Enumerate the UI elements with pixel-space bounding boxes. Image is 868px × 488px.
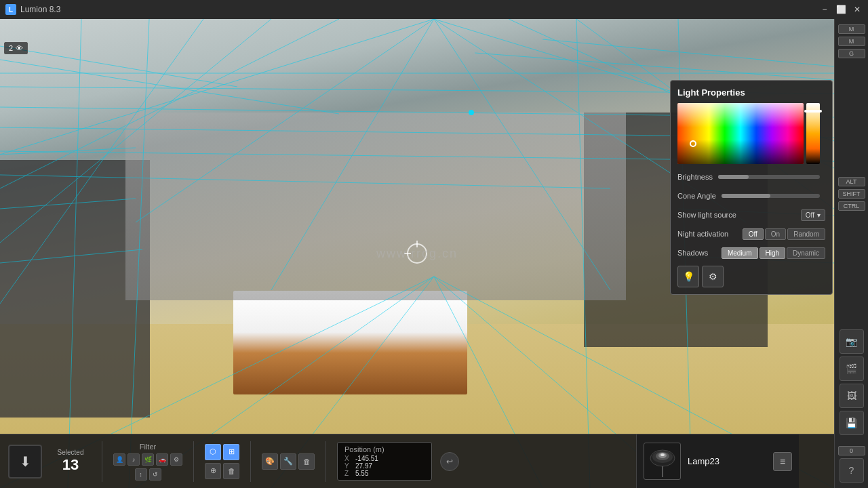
filter-icon-rotate[interactable]: ↺ (149, 468, 161, 481)
download-button[interactable]: ⬇ (8, 445, 42, 479)
svg-point-43 (660, 453, 665, 456)
toolbar-icons-top: ⬡ ⊞ (205, 444, 239, 460)
select-tool-button[interactable]: ⬡ (205, 444, 221, 460)
toolbar-icons-bottom: ⊕ 🗑 (205, 463, 239, 479)
position-display: Position (m) X -145.51 Y 27.97 Z 5.55 (337, 442, 432, 481)
shadows-medium-button[interactable]: Medium (722, 247, 758, 259)
right-panel: M M G ALT SHIFT CTRL 📷 🎬 🖼 💾 0 ? (834, 19, 868, 488)
trash-button[interactable]: 🗑 (298, 453, 315, 470)
app-title: Lumion 8.3 (20, 5, 60, 14)
show-light-source-value: Off (806, 211, 814, 219)
brightness-bar[interactable] (806, 103, 820, 164)
shadows-label: Shadows (677, 249, 708, 257)
lamp-navigation-button[interactable]: ≡ (773, 452, 792, 471)
filter-icon-person[interactable]: 👤 (113, 453, 125, 466)
night-on-button[interactable]: On (765, 228, 786, 240)
paint-button[interactable]: 🎨 (262, 453, 278, 470)
cone-angle-row: Cone Angle (677, 188, 825, 203)
render-icon-button[interactable]: 🖼 (840, 384, 864, 408)
video-icon-button[interactable]: 🎬 (840, 357, 864, 381)
edit-icons-top: 🎨 🔧 🗑 (262, 453, 315, 470)
selected-label: Selected (58, 449, 84, 456)
filter-icons: 👤 ♪ 🌿 🚗 ⚙ (113, 453, 182, 466)
app-icon: L (5, 4, 16, 15)
camera-badge: 2 👁 (4, 42, 28, 54)
filter-icon-nature[interactable]: 🌿 (142, 453, 154, 466)
settings-icon-button[interactable]: ⚙ (702, 266, 724, 287)
filter-icon-car[interactable]: 🚗 (156, 453, 168, 466)
restore-button[interactable]: ⬜ (835, 4, 846, 15)
night-random-button[interactable]: Random (787, 228, 825, 240)
color-gradient[interactable] (677, 103, 804, 164)
minimize-button[interactable]: − (819, 4, 830, 15)
brightness-fill (718, 175, 749, 179)
place-button[interactable]: ⊕ (205, 463, 221, 479)
lamp-preview-image (646, 445, 679, 479)
window-controls: − ⬜ ✕ (819, 4, 863, 15)
pos-x-label: X (344, 455, 353, 462)
cone-angle-fill (722, 194, 771, 198)
filter-icon-misc[interactable]: ⚙ (170, 453, 182, 466)
dropdown-arrow-icon: ▾ (817, 211, 821, 219)
key-badge-m1: M (838, 24, 865, 34)
brightness-label: Brightness (677, 173, 713, 181)
selected-info: Selected 13 (50, 449, 91, 474)
filter-label: Filter (140, 443, 156, 451)
cone-angle-slider[interactable] (722, 194, 820, 198)
pos-y-label: Y (344, 462, 353, 470)
shadows-row: Shadows Medium High Dynamic (677, 245, 825, 260)
panel-bottom-icons: 💡 ⚙ (677, 266, 825, 287)
show-light-source-row: Show light source Off ▾ (677, 207, 825, 222)
show-light-source-label: Show light source (677, 211, 736, 219)
show-light-source-dropdown[interactable]: Off ▾ (801, 209, 825, 221)
pos-x-line: X -145.51 (344, 455, 425, 462)
wrench-button[interactable]: 🔧 (280, 453, 296, 470)
separator-4 (326, 441, 326, 482)
light-panel-title: Light Properties (677, 87, 825, 98)
shadows-dynamic-button[interactable]: Dynamic (787, 247, 825, 259)
key-badge-shift: SHIFT (838, 189, 865, 199)
night-off-button[interactable]: Off (743, 228, 764, 240)
titlebar: L Lumion 8.3 − ⬜ ✕ (0, 0, 868, 19)
brightness-row: Brightness (677, 169, 825, 184)
separator-3 (250, 441, 251, 482)
brightness-slider[interactable] (718, 175, 820, 179)
lamp-preview (644, 443, 681, 480)
camera-icon-button[interactable]: 📷 (840, 329, 864, 354)
filter-section: Filter 👤 ♪ 🌿 🚗 ⚙ ↕ ↺ (113, 443, 182, 481)
key-badge-m2: M (838, 37, 865, 46)
key-badge-ctrl: CTRL (838, 201, 865, 211)
filter-icon-arrows[interactable]: ↕ (135, 468, 147, 481)
shadows-high-button[interactable]: High (760, 247, 786, 259)
history-button[interactable]: ↩ (440, 452, 459, 471)
delete-button[interactable]: 🗑 (223, 463, 239, 479)
filter-icon-music[interactable]: ♪ (127, 453, 140, 466)
key-badge-alt: ALT (838, 177, 865, 186)
edit-tools: 🎨 🔧 🗑 (262, 453, 315, 470)
selected-count: 13 (62, 456, 79, 474)
lamp-info-panel: Lamp23 ≡ (636, 434, 799, 488)
camera-number: 2 (9, 44, 13, 52)
save-icon-button[interactable]: 💾 (840, 411, 864, 435)
color-picker[interactable] (677, 103, 820, 164)
brightness-handle (804, 110, 822, 113)
separator-1 (102, 441, 102, 482)
cone-angle-label: Cone Angle (677, 192, 716, 200)
separator-2 (193, 441, 194, 482)
color-cursor (690, 140, 696, 147)
night-activation-label: Night activation (677, 230, 728, 238)
viewport-crosshair (407, 243, 427, 264)
pos-z-label: Z (344, 470, 353, 477)
pos-x-value: -145.51 (355, 455, 378, 462)
shadows-toggle: Medium High Dynamic (722, 247, 825, 259)
key-badge-0: 0 (838, 446, 865, 455)
pos-y-value: 27.97 (355, 462, 372, 470)
close-button[interactable]: ✕ (852, 4, 863, 15)
filter-icons-2: ↕ ↺ (135, 468, 161, 481)
pos-z-value: 5.55 (355, 470, 368, 477)
question-icon-button[interactable]: ? (840, 458, 864, 483)
grid-tool-button[interactable]: ⊞ (223, 444, 239, 460)
key-badge-g: G (838, 49, 865, 58)
lamp-name: Lamp23 (688, 456, 766, 466)
light-bulb-icon-button[interactable]: 💡 (677, 266, 699, 287)
